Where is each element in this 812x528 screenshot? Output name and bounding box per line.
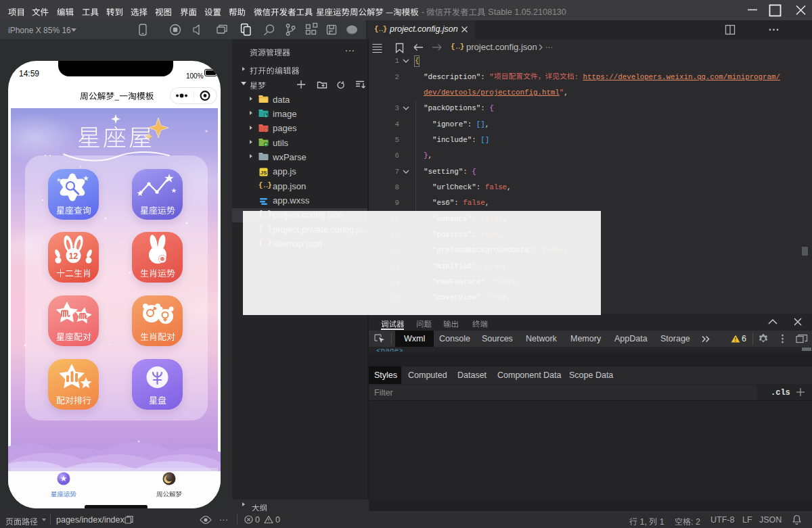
svg-text:JS: JS xyxy=(261,170,267,176)
svg-text:12: 12 xyxy=(69,251,78,261)
